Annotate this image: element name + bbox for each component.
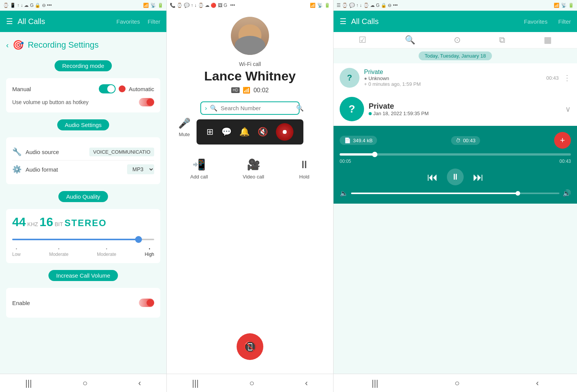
p3-file-info: 📄 349.4 kB [340, 136, 377, 145]
p3-progress-thumb [372, 152, 377, 157]
video-call-label: Video call [243, 174, 264, 180]
p3-status-bar: ☰ ⌚ 💬 ↑ ↓ ⌚ ☁ G 🔒 ⊖ ••• 📶 📡 🔋 [334, 0, 577, 11]
p3-status-right: 📶 📡 🔋 [554, 3, 574, 8]
hotkey-toggle[interactable] [139, 98, 154, 106]
call-log-item: ? Private ● Unknown + 0 minutes ago, 1:5… [334, 63, 577, 92]
avatar-face [231, 17, 269, 55]
manual-label: Manual [12, 86, 31, 92]
manual-auto-switch[interactable] [99, 84, 116, 93]
p3-search-icon[interactable]: 🔍 [405, 35, 415, 45]
p3-vol-thumb [516, 191, 520, 196]
p3-copy-icon[interactable]: ⧉ [499, 35, 505, 45]
nav-back[interactable]: ‹ [138, 378, 141, 388]
p3-expand-meta: Jan 18, 2022 1:59:35 PM [369, 111, 561, 116]
audio-quality-badge: Audio Quality [58, 191, 108, 202]
quality-labels: Low Moderate Moderate High [12, 247, 154, 257]
toolbar-chat-icon[interactable]: 💬 [221, 127, 232, 137]
p3-time-info: ⏱ 00:43 [451, 136, 480, 145]
p2-nav-back[interactable]: ‹ [305, 378, 308, 388]
video-call-btn[interactable]: 🎥 Video call [243, 158, 264, 180]
p1-topbar: ☰ All Calls Favorites Filter [0, 11, 166, 32]
quality-slider[interactable] [12, 234, 154, 245]
p3-nav-back[interactable]: ‹ [536, 378, 539, 388]
p2-nav-recent[interactable]: ||| [192, 378, 198, 388]
quality-moderate-2: Moderate [97, 247, 116, 257]
p2-battery-icon: 🔋 [324, 3, 330, 8]
p3-vol-low-icon: 🔈 [340, 189, 348, 198]
p3-chevron-down-icon[interactable]: ∨ [565, 104, 571, 114]
p3-bottom-nav: ||| ○ ‹ [334, 374, 577, 392]
recording-icon: 🎯 [13, 40, 24, 50]
tab-favorites[interactable]: Favorites [116, 18, 140, 25]
nav-recent-apps[interactable]: ||| [25, 378, 32, 388]
tab-filter[interactable]: Filter [148, 18, 160, 25]
call-log-panel: ☰ ⌚ 💬 ↑ ↓ ⌚ ☁ G 🔒 ⊖ ••• 📶 📡 🔋 ☰ All Call… [333, 0, 577, 392]
recording-mode-card: Manual Automatic Use volume up button as… [6, 78, 160, 112]
p3-nav-home[interactable]: ○ [455, 378, 459, 388]
p3-status-icons: ☰ ⌚ 💬 ↑ ↓ ⌚ ☁ G 🔒 ⊖ ••• [337, 3, 398, 8]
p2-nav-home[interactable]: ○ [249, 378, 254, 388]
date-badge-wrap: Today, Tuesday, January 18 [334, 48, 577, 63]
p3-check-icon[interactable]: ☑ [359, 35, 366, 45]
p3-file-icon: 📄 [344, 137, 351, 143]
add-call-btn[interactable]: 📲 Add call [190, 158, 208, 180]
end-call-button[interactable]: 📵 [237, 333, 263, 360]
p2-status-icons: 📞 ⌚ 💬 ↑ ↓ ⌚ ☁ 🔴 🖼 G [170, 3, 227, 8]
p3-online-dot [369, 112, 372, 115]
audio-source-value[interactable]: VOICE_COMMUNICATIO [89, 148, 154, 156]
quality-bit-value: 16 [40, 215, 53, 229]
p3-pause-icon: ⏸ [451, 172, 459, 182]
p3-forward-button[interactable]: ⏭ [473, 171, 484, 183]
quality-display: 44 KHZ 16 BIT STEREO [12, 215, 154, 229]
p3-rewind-button[interactable]: ⏮ [427, 171, 438, 183]
ds-search-icon2[interactable]: 🔍 [296, 104, 304, 112]
call-duration: 00:43 [546, 75, 559, 81]
toggle-group: Automatic [99, 84, 154, 93]
p3-player-top: 📄 349.4 kB ⏱ 00:43 + [340, 132, 571, 149]
audio-settings-card: 🔧 Audio source VOICE_COMMUNICATIO ⚙️ Aud… [6, 137, 160, 184]
toolbar-record-button[interactable]: ⏺ [276, 123, 293, 141]
battery-icon: 🔋 [158, 3, 163, 8]
status-icons: ⌚ 📱 ↑ ↓ ☁ G 🔒 ⊖ ••• [3, 3, 52, 8]
ds-expand-icon[interactable]: › [205, 105, 207, 112]
toolbar-dialpad-icon[interactable]: ⊞ [206, 127, 213, 137]
enable-toggle[interactable] [139, 299, 154, 307]
p1-header-row: ‹ 🎯 Recording Settings [6, 35, 160, 53]
search-number-input[interactable] [221, 105, 293, 111]
p3-expand-name: Private [369, 102, 561, 111]
dialpad-search[interactable]: › 🔍 🔍 [200, 101, 300, 115]
p3-grid-icon[interactable]: ▦ [544, 35, 552, 45]
menu-icon[interactable]: ☰ [6, 17, 13, 26]
p3-plus-button[interactable]: + [554, 132, 571, 149]
p3-vol-high-icon: 🔊 [562, 189, 571, 198]
p3-progress-fill [340, 153, 374, 156]
quality-high: High [145, 247, 154, 257]
p3-progress-bar[interactable] [340, 153, 571, 156]
enable-row: Enable [12, 294, 154, 312]
wifi-icon: 📶 [143, 3, 149, 8]
hold-btn[interactable]: ⏸ Hold [299, 158, 309, 180]
p3-menu-icon[interactable]: ☰ [340, 17, 347, 26]
call-menu-icon[interactable]: ⋮ [563, 73, 571, 82]
nav-home[interactable]: ○ [82, 378, 87, 388]
call-name[interactable]: Private [364, 69, 383, 75]
mute-icon[interactable]: 🎤 [178, 117, 190, 129]
p3-play-pause-button[interactable]: ⏸ [447, 169, 464, 185]
quality-bit-unit: BIT [55, 221, 63, 227]
toolbar-notification-icon[interactable]: 🔔 [239, 127, 250, 137]
audio-format-select[interactable]: MP3 WAV AAC [127, 164, 154, 174]
record-icon: ⏺ [282, 129, 288, 135]
p3-volume-slider[interactable] [351, 193, 559, 194]
p3-volume-row: 🔈 🔊 [340, 189, 571, 198]
p3-tab-filter[interactable]: Filter [558, 18, 571, 25]
p3-tab-favorites[interactable]: Favorites [524, 18, 548, 25]
p2-wifi-icon: 📶 [310, 3, 316, 8]
p3-nav-recent[interactable]: ||| [372, 378, 378, 388]
toolbar-mute-icon[interactable]: 🔇 [258, 127, 268, 137]
back-button[interactable]: ‹ [6, 41, 9, 50]
call-timer: 00:02 [253, 87, 269, 94]
p3-record-icon[interactable]: ⊙ [454, 35, 461, 45]
toggle-dot [119, 85, 126, 92]
p3-topbar: ☰ All Calls Favorites Filter [334, 11, 577, 32]
increase-vol-badge[interactable]: Increase Call Volume [48, 270, 118, 281]
